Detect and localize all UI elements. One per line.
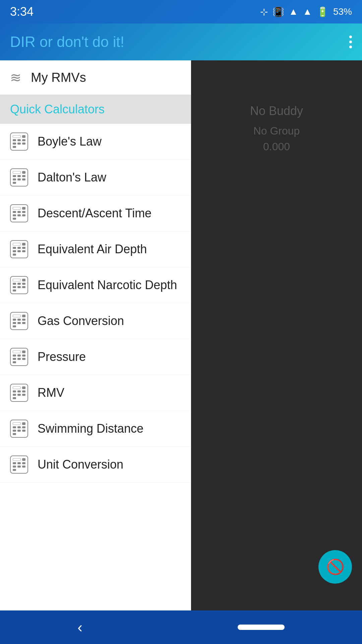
- waves-icon: ≋: [10, 70, 21, 85]
- app-header: DIR or don't do it!: [0, 23, 362, 60]
- menu-item-unit-conversion[interactable]: Unit Conversion: [0, 447, 191, 483]
- battery-icon: 🔋: [317, 6, 328, 17]
- calc-icon-swimming-distance: [10, 420, 28, 438]
- menu-item-label-pressure: Pressure: [38, 350, 86, 364]
- back-button[interactable]: ‹: [77, 619, 82, 636]
- menu-item-label-boyles-law: Boyle's Law: [38, 135, 102, 149]
- menu-item-label-daltons-law: Dalton's Law: [38, 170, 106, 184]
- menu-item-gas-conversion[interactable]: Gas Conversion: [0, 303, 191, 339]
- menu-item-label-swimming-distance: Swimming Distance: [38, 422, 143, 436]
- menu-item-label-equivalent-air-depth: Equivalent Air Depth: [38, 242, 147, 256]
- app-title: DIR or don't do it!: [10, 34, 124, 50]
- menu-item-label-equivalent-narcotic-depth: Equivalent Narcotic Depth: [38, 278, 177, 292]
- calc-icon-daltons-law: [10, 168, 28, 186]
- more-options-button[interactable]: [349, 36, 352, 48]
- fab-icon: 🚫: [326, 558, 345, 576]
- menu-item-rmv[interactable]: RMV: [0, 375, 191, 411]
- drawer-overlay: No Buddy No Group 0.000 🚫 ≋ My RMVs Quic…: [0, 60, 362, 610]
- calculator-list: Boyle's LawDalton's LawDescent/Ascent Ti…: [0, 124, 191, 483]
- battery-percent: 53%: [333, 6, 352, 17]
- signal-icon: ▲: [303, 6, 312, 17]
- menu-item-boyles-law[interactable]: Boyle's Law: [0, 124, 191, 160]
- calc-icon-pressure: [10, 348, 28, 366]
- menu-item-label-gas-conversion: Gas Conversion: [38, 314, 124, 328]
- calc-icon-unit-conversion: [10, 455, 28, 474]
- no-group-text: No Group: [253, 125, 300, 137]
- section-header-label: Quick Calculators: [10, 102, 105, 116]
- calc-icon-equivalent-narcotic-depth: [10, 276, 28, 294]
- menu-item-descent-ascent-time[interactable]: Descent/Ascent Time: [0, 196, 191, 231]
- no-group-section: No Group 0.000: [253, 125, 300, 153]
- menu-item-label-rmv: RMV: [38, 386, 64, 400]
- calc-icon-gas-conversion: [10, 312, 28, 330]
- calc-icon-descent-ascent-time: [10, 204, 28, 222]
- fab-button[interactable]: 🚫: [318, 550, 352, 584]
- status-time: 3:34: [10, 5, 34, 19]
- quick-calculators-section: Quick Calculators: [0, 95, 191, 124]
- vibrate-icon: 📳: [273, 6, 284, 17]
- drawer: ≋ My RMVs Quick Calculators Boyle's LawD…: [0, 60, 191, 610]
- calc-icon-rmv: [10, 384, 28, 402]
- group-value: 0.000: [253, 141, 300, 153]
- menu-item-label-unit-conversion: Unit Conversion: [38, 458, 123, 472]
- my-rmvs-label: My RMVs: [31, 70, 86, 85]
- bluetooth-icon: ⊹: [260, 6, 268, 17]
- calc-icon-equivalent-air-depth: [10, 240, 28, 258]
- menu-item-daltons-law[interactable]: Dalton's Law: [0, 160, 191, 196]
- background-panel: No Buddy No Group 0.000 🚫: [191, 60, 362, 610]
- no-buddy-text: No Buddy: [250, 104, 303, 118]
- wifi-icon: ▲: [289, 6, 298, 17]
- menu-item-pressure[interactable]: Pressure: [0, 339, 191, 375]
- menu-item-swimming-distance[interactable]: Swimming Distance: [0, 411, 191, 447]
- status-bar: 3:34 ⊹ 📳 ▲ ▲ 🔋 53%: [0, 0, 362, 23]
- my-rmvs-item[interactable]: ≋ My RMVs: [0, 60, 191, 95]
- status-icons: ⊹ 📳 ▲ ▲ 🔋 53%: [260, 6, 352, 17]
- menu-item-equivalent-air-depth[interactable]: Equivalent Air Depth: [0, 231, 191, 267]
- calc-icon-boyles-law: [10, 132, 28, 151]
- menu-item-equivalent-narcotic-depth[interactable]: Equivalent Narcotic Depth: [0, 267, 191, 303]
- menu-item-label-descent-ascent-time: Descent/Ascent Time: [38, 206, 152, 220]
- bottom-nav: ‹: [0, 610, 362, 644]
- home-pill[interactable]: [238, 625, 285, 630]
